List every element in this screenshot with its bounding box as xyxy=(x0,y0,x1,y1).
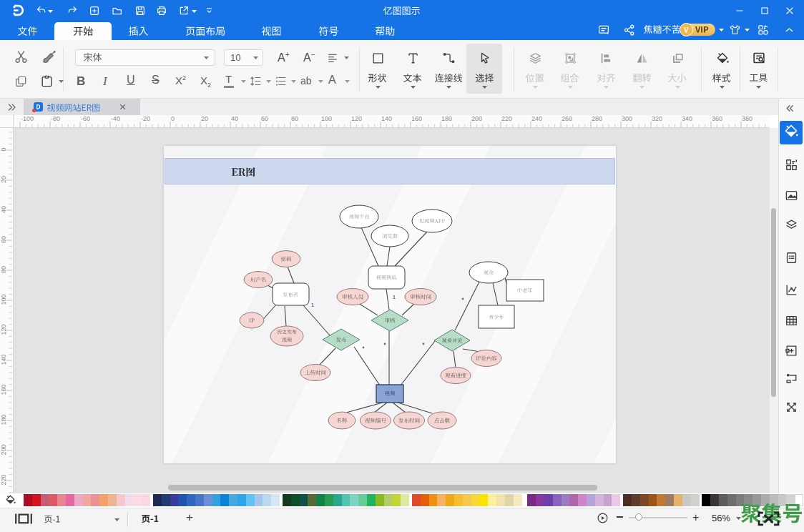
svg-text:1: 1 xyxy=(311,302,315,308)
svg-text:1: 1 xyxy=(393,294,396,300)
